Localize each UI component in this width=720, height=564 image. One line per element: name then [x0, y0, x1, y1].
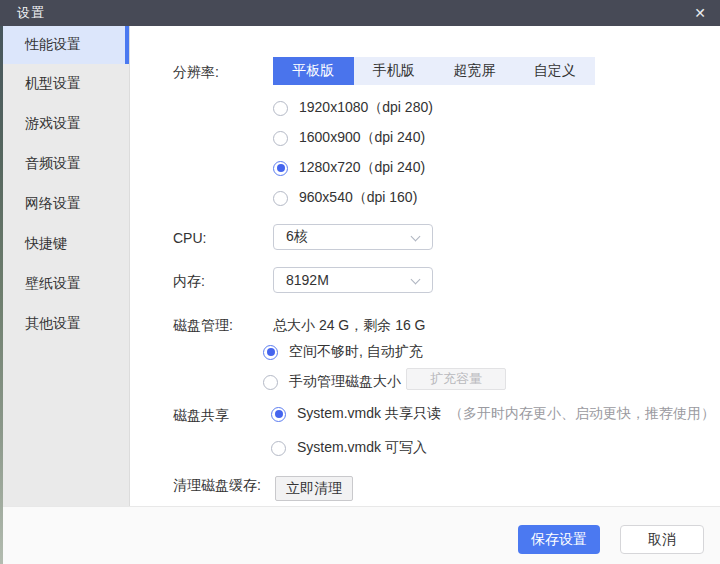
tab-custom[interactable]: 自定义: [515, 57, 596, 85]
sidebar-item-label: 网络设置: [25, 195, 81, 213]
sidebar-item-audio[interactable]: 音频设置: [3, 144, 129, 184]
cpu-select[interactable]: 6核: [273, 224, 433, 250]
disk-share-readonly-option[interactable]: System.vmdk 共享只读 （多开时内存更小、启动更快，推荐使用）: [271, 404, 715, 424]
sidebar-item-shortcuts[interactable]: 快捷键: [3, 224, 129, 264]
radio-icon: [263, 345, 278, 360]
tab-label: 自定义: [534, 62, 576, 80]
radio-icon: [271, 441, 286, 456]
sidebar-item-other[interactable]: 其他设置: [3, 304, 129, 344]
sidebar-item-game[interactable]: 游戏设置: [3, 104, 129, 144]
footer: 保存设置 取消: [3, 506, 720, 564]
radio-label: 手动管理磁盘大小: [289, 373, 401, 391]
resolution-option-1920x1080[interactable]: 1920x1080（dpi 280): [273, 98, 433, 118]
tab-label: 超宽屏: [453, 62, 495, 80]
radio-label: 1280x720（dpi 240): [299, 159, 425, 177]
disk-size-summary: 总大小 24 G，剩余 16 G: [273, 317, 425, 335]
sidebar-item-network[interactable]: 网络设置: [3, 184, 129, 224]
sidebar-item-performance[interactable]: 性能设置: [3, 26, 129, 64]
radio-icon: [273, 131, 288, 146]
sidebar-item-label: 快捷键: [25, 235, 67, 253]
radio-icon: [263, 375, 278, 390]
clean-now-button[interactable]: 立即清理: [275, 476, 353, 501]
radio-label: System.vmdk 共享只读: [297, 405, 441, 423]
tab-label: 平板版: [292, 62, 334, 80]
chevron-down-icon: [411, 232, 421, 242]
expand-capacity-button[interactable]: 扩充容量: [406, 368, 506, 390]
cpu-select-value: 6核: [286, 228, 308, 246]
radio-icon: [273, 161, 288, 176]
resolution-option-1600x900[interactable]: 1600x900（dpi 240): [273, 128, 425, 148]
sidebar-item-label: 游戏设置: [25, 115, 81, 133]
disk-share-writable-option[interactable]: System.vmdk 可写入: [271, 438, 427, 458]
cancel-button[interactable]: 取消: [620, 525, 704, 554]
chevron-down-icon: [411, 275, 421, 285]
resolution-label: 分辨率:: [173, 64, 219, 82]
resolution-tabbar: 平板版 手机版 超宽屏 自定义: [273, 57, 595, 85]
disk-manual-manage-option[interactable]: 手动管理磁盘大小: [263, 372, 401, 392]
radio-label: System.vmdk 可写入: [297, 439, 427, 457]
disk-auto-expand-option[interactable]: 空间不够时, 自动扩充: [263, 342, 423, 362]
sidebar-item-wallpaper[interactable]: 壁纸设置: [3, 264, 129, 304]
window-title: 设置: [17, 4, 45, 22]
sidebar-item-device[interactable]: 机型设置: [3, 64, 129, 104]
sidebar-item-label: 性能设置: [25, 36, 81, 54]
sidebar-item-label: 机型设置: [25, 75, 81, 93]
cpu-label: CPU:: [173, 230, 206, 246]
tab-label: 手机版: [373, 62, 415, 80]
memory-select[interactable]: 8192M: [273, 267, 433, 293]
save-button[interactable]: 保存设置: [518, 525, 600, 554]
radio-label: 960x540（dpi 160): [299, 189, 417, 207]
sidebar-item-label: 壁纸设置: [25, 275, 81, 293]
sidebar-item-label: 其他设置: [25, 315, 81, 333]
radio-icon: [273, 191, 288, 206]
radio-icon: [273, 101, 288, 116]
radio-label: 空间不够时, 自动扩充: [289, 343, 423, 361]
sidebar: 性能设置 机型设置 游戏设置 音频设置 网络设置 快捷键 壁纸设置 其他设置: [3, 26, 130, 506]
radio-note: （多开时内存更小、启动更快，推荐使用）: [449, 405, 715, 423]
settings-window: 设置 ✕ 性能设置 机型设置 游戏设置 音频设置 网络设置 快捷键 壁纸设置 其…: [0, 0, 720, 564]
memory-select-value: 8192M: [286, 272, 329, 288]
resolution-option-960x540[interactable]: 960x540（dpi 160): [273, 188, 417, 208]
clean-cache-label: 清理磁盘缓存:: [173, 477, 261, 495]
radio-label: 1600x900（dpi 240): [299, 129, 425, 147]
resolution-option-1280x720[interactable]: 1280x720（dpi 240): [273, 158, 425, 178]
disk-sharing-label: 磁盘共享: [173, 407, 229, 425]
memory-label: 内存:: [173, 273, 205, 291]
sidebar-item-label: 音频设置: [25, 155, 81, 173]
radio-label: 1920x1080（dpi 280): [299, 99, 433, 117]
radio-icon: [271, 407, 286, 422]
tab-tablet[interactable]: 平板版: [273, 57, 354, 85]
titlebar[interactable]: 设置 ✕: [0, 0, 720, 26]
tab-ultrawide[interactable]: 超宽屏: [434, 57, 515, 85]
close-icon[interactable]: ✕: [686, 0, 714, 26]
settings-panel-performance: 分辨率: 平板版 手机版 超宽屏 自定义 1920x1080（dpi 280) …: [130, 26, 720, 506]
tab-phone[interactable]: 手机版: [354, 57, 435, 85]
disk-management-label: 磁盘管理:: [173, 317, 233, 335]
